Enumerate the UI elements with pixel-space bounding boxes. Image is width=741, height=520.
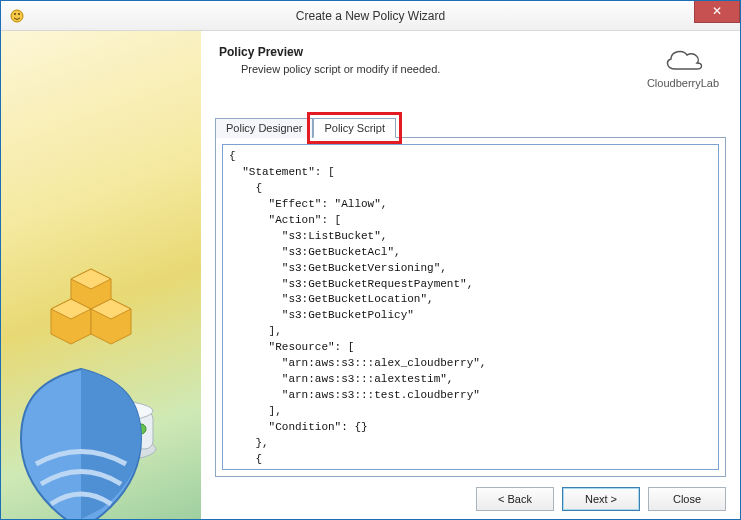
tab-policy-designer[interactable]: Policy Designer <box>215 118 313 138</box>
policy-script-textarea[interactable]: { "Statement": [ { "Effect": "Allow", "A… <box>222 144 719 470</box>
wizard-main: Policy Preview Preview policy script or … <box>201 31 740 519</box>
tab-policy-script[interactable]: Policy Script <box>313 118 396 138</box>
svg-point-1 <box>14 13 16 15</box>
window-title: Create a New Policy Wizard <box>296 9 445 23</box>
brand-name: CloudberryLab <box>647 77 719 89</box>
svg-point-0 <box>11 10 23 22</box>
wizard-footer: < Back Next > Close <box>201 477 740 520</box>
back-button[interactable]: < Back <box>476 487 554 511</box>
page-subtitle: Preview policy script or modify if neede… <box>241 63 644 75</box>
svg-point-2 <box>18 13 20 15</box>
sidebar-illustration <box>1 219 201 519</box>
wizard-sidebar <box>1 31 201 519</box>
cloud-icon <box>661 45 705 75</box>
tab-row: Policy Designer Policy Script <box>215 117 726 137</box>
content-area: Policy Preview Preview policy script or … <box>1 31 740 519</box>
brand-logo: CloudberryLab <box>644 45 722 89</box>
app-icon <box>9 8 25 24</box>
tabs-container: Policy Designer Policy Script { "Stateme… <box>215 117 726 477</box>
window-close-button[interactable]: ✕ <box>694 1 740 23</box>
titlebar: Create a New Policy Wizard ✕ <box>1 1 740 31</box>
wizard-header: Policy Preview Preview policy script or … <box>201 31 740 97</box>
page-title: Policy Preview <box>219 45 644 59</box>
next-button[interactable]: Next > <box>562 487 640 511</box>
close-button[interactable]: Close <box>648 487 726 511</box>
tab-panel: { "Statement": [ { "Effect": "Allow", "A… <box>215 137 726 477</box>
close-icon: ✕ <box>712 4 722 18</box>
